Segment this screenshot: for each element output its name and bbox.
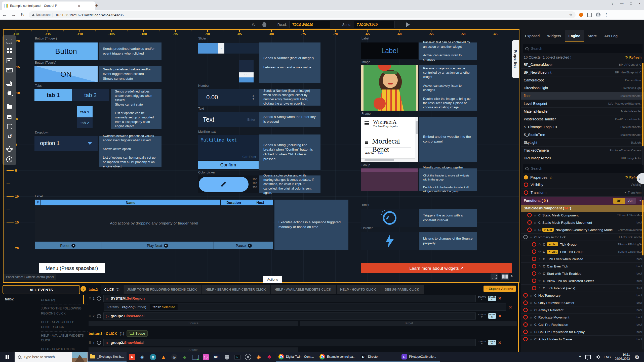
sidebar-tab[interactable]: Engine: [565, 30, 584, 42]
text-widget[interactable]: Text Enter: [198, 112, 259, 127]
step-down-icon[interactable]: ▼: [252, 98, 255, 100]
step-up-icon[interactable]: ▲: [252, 95, 255, 97]
event-tab[interactable]: DEBUG PANEL CLICK: [381, 285, 424, 294]
event-tab[interactable]: JUMP TO THE FOLLOWING REGIONS CLICK: [124, 285, 202, 294]
chevron-down-icon[interactable]: ∨: [611, 2, 614, 5]
all-events-button[interactable]: ALL EVENTS: [3, 285, 80, 294]
delete-action-icon[interactable]: ✕: [498, 313, 502, 319]
number-widget[interactable]: 0.00 ▲ ▼: [198, 89, 259, 106]
object-row[interactable]: S_StudioTree StaticMeshActor: [521, 131, 644, 139]
taskbar-icon-database[interactable]: [222, 352, 232, 362]
open-panel-icon[interactable]: [5, 103, 14, 111]
forward-icon[interactable]: →: [9, 12, 18, 18]
enable-badge[interactable]: ENABLE: [488, 313, 496, 319]
property-row[interactable]: ☆ C ➤List Net Temporary bool: [521, 292, 644, 299]
sidebar-tab[interactable]: Store: [584, 30, 600, 42]
speaker-icon[interactable]: [595, 355, 600, 359]
target-dropzone[interactable]: Target: [300, 321, 517, 326]
expand-actions-button[interactable]: ↑ Expand Actions: [484, 286, 516, 292]
event-type-item[interactable]: HELP - AVAILABLE WIDGETS CLICK: [41, 331, 88, 345]
object-row[interactable]: URLImageActor0 URLImageActor: [521, 154, 644, 162]
action-toggle-icon[interactable]: [97, 314, 101, 318]
property-row[interactable]: ☆ C ➤List Start with Tick Enabled bool: [521, 270, 644, 277]
properties-side-tab[interactable]: Properties: [512, 40, 519, 78]
delete-action-icon[interactable]: ✕: [498, 296, 502, 301]
property-row[interactable]: ☆ C ➤List Primary Actor Tick FActorTickF…: [521, 234, 644, 241]
listener-widget[interactable]: [361, 232, 418, 250]
reload-icon[interactable]: ↻: [18, 12, 27, 18]
actions-tab[interactable]: Actions: [263, 276, 282, 283]
taskbar-icon-slack[interactable]: ✻: [264, 352, 274, 362]
taskbar-icon-ring-app[interactable]: [243, 352, 253, 362]
multiline-widget[interactable]: Multiline text Ctrl+Enter: [198, 135, 259, 160]
help-icon[interactable]: ?: [5, 156, 14, 163]
group-header[interactable]: [361, 168, 418, 172]
property-row[interactable]: ☆ C ➤List Allow Tick on Dedicated Server…: [521, 277, 644, 285]
source-dropzone[interactable]: Source: [89, 321, 298, 326]
object-row[interactable]: MaterialHandler MaterialHandler: [521, 108, 644, 115]
align-tool-icon[interactable]: [5, 57, 14, 64]
drag-handle-icon[interactable]: ⠿: [89, 297, 91, 300]
import-icon[interactable]: [5, 123, 14, 130]
property-row[interactable]: ☆ C ➤List Call Pre Replication for Repla…: [521, 328, 644, 336]
object-row[interactable]: BP_NewBlueprint BP_NewBlueprint_C: [521, 69, 644, 76]
taskbar-search[interactable]: Type here to search: [15, 352, 88, 362]
dropdown-widget[interactable]: option 1: [34, 136, 98, 151]
event-widget-name[interactable]: tabs2: [89, 288, 98, 294]
enable-badge[interactable]: ENABLE: [488, 340, 496, 345]
sidebar-tab[interactable]: Widgets: [543, 30, 565, 42]
star-icon[interactable]: ☆: [530, 330, 533, 334]
play-button[interactable]: [406, 22, 410, 27]
property-row[interactable]: ☆ C ➤List Tick Even when Paused bool: [521, 255, 644, 263]
star-icon[interactable]: ☆: [530, 323, 533, 327]
send-input[interactable]: TJCGWS010: [354, 21, 395, 28]
vslider-widget[interactable]: • • •: [239, 60, 254, 82]
star-icon[interactable]: ☆: [530, 235, 533, 239]
talk-tab[interactable]: Talk: [378, 152, 383, 155]
bookmark-star-icon[interactable]: ☆: [569, 13, 573, 17]
back-icon[interactable]: ←: [0, 12, 9, 18]
event-type-item[interactable]: HELP - SEARCH HELP CENTER CLICK: [41, 318, 88, 331]
object-row[interactable]: TrackedCamera PixotopeTrackedCamera: [521, 147, 644, 154]
taskbar-icon-terminal[interactable]: [232, 352, 243, 362]
action-box[interactable]: ▷ SYSTEM.SetRegion: [103, 295, 476, 302]
new-tab-button[interactable]: +: [93, 2, 100, 9]
read-input[interactable]: TJCGWS010: [289, 21, 330, 28]
property-row[interactable]: ☆ C ➤List Always Relevant bool: [521, 306, 644, 314]
notification-center[interactable]: 6: [634, 354, 640, 360]
taskbar-window-button[interactable]: Digital Twin - Contr...: [276, 352, 317, 362]
action-toggle-icon[interactable]: [97, 296, 101, 301]
frame-hscrollbar[interactable]: [361, 158, 415, 162]
column-header[interactable]: Duration: [221, 200, 247, 205]
event-tab[interactable]: HELP - SEARCH HELP CENTER CLICK: [202, 285, 270, 294]
frame-vscrollbar[interactable]: [415, 117, 418, 162]
star-icon[interactable]: ☆: [534, 213, 537, 217]
refresh-objects-button[interactable]: ↻Refresh: [625, 56, 641, 59]
close-icon[interactable]: ×: [638, 2, 640, 5]
event-type-item[interactable]: HELP - HOW TO CLICK: [41, 345, 88, 352]
save-icon[interactable]: [5, 113, 14, 120]
select-tool-icon[interactable]: [5, 37, 14, 45]
star-icon[interactable]: ☆: [538, 243, 541, 246]
tray-chevron-icon[interactable]: ^: [579, 355, 581, 359]
minimize-icon[interactable]: —: [620, 2, 624, 5]
run-action-icon[interactable]: ▷: [106, 341, 109, 345]
event-type-item[interactable]: JUMP TO THE FOLLOWING REGIONS CLICK: [41, 304, 88, 318]
properties-scrollbar[interactable]: [642, 184, 643, 349]
collapse-events-icon[interactable]: ‹: [80, 286, 86, 292]
property-row[interactable]: ☆ C ➤List Static Mesh Replicate Movement…: [521, 219, 644, 226]
taskbar-icon-remote-desktop[interactable]: [190, 352, 200, 362]
menu-hint-button[interactable]: Menu (Press spacebar): [39, 263, 105, 273]
star-icon[interactable]: ☆: [538, 279, 541, 283]
star-icon[interactable]: ☆: [530, 294, 533, 297]
pause-button[interactable]: PauseII: [214, 242, 273, 249]
reset-button[interactable]: Reset■: [35, 242, 101, 249]
color-swatch[interactable]: [199, 177, 249, 192]
taskbar-icon-unreal-cube[interactable]: ◈: [137, 352, 148, 362]
learn-more-button[interactable]: Learn more about widgets ↗: [361, 263, 512, 273]
object-row[interactable]: floor StaticMeshActor: [521, 92, 644, 100]
bp-filter-button[interactable]: BP: [613, 198, 625, 204]
browser-tab[interactable]: Example control panel - Control P ×: [2, 2, 95, 10]
property-row[interactable]: ☆ C ➤List Actor Hidden In Game bool: [521, 336, 644, 343]
star-icon[interactable]: ☆: [538, 264, 541, 268]
